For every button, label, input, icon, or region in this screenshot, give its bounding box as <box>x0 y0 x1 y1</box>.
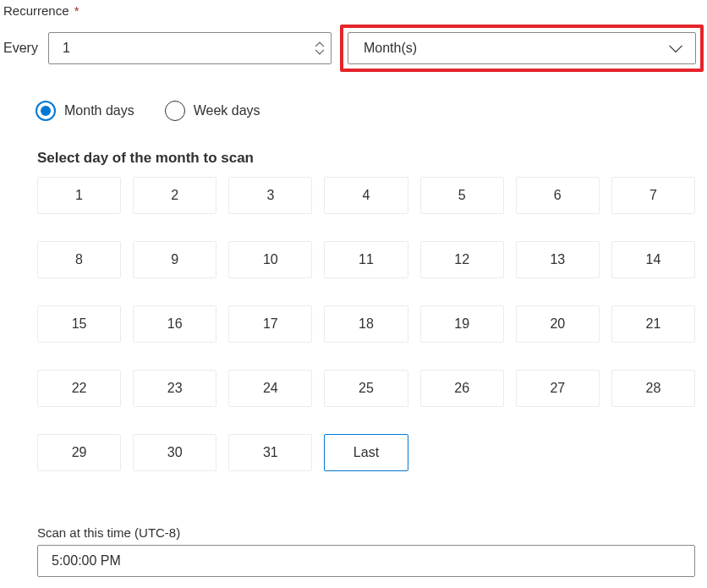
day-cell-16[interactable]: 16 <box>133 305 216 343</box>
select-day-heading: Select day of the month to scan <box>37 150 704 167</box>
day-cell-13[interactable]: 13 <box>516 241 600 278</box>
day-cell-5[interactable]: 5 <box>420 177 504 214</box>
day-cell-30[interactable]: 30 <box>133 434 216 471</box>
day-cell-6[interactable]: 6 <box>516 177 600 214</box>
radio-month-days[interactable]: Month days <box>36 101 134 121</box>
required-indicator: * <box>74 3 79 18</box>
radio-circle <box>165 101 185 121</box>
radio-dot <box>41 106 51 116</box>
unit-selected-value: Month(s) <box>364 41 668 56</box>
chevron-down-icon <box>668 41 683 56</box>
day-cell-31[interactable]: 31 <box>228 434 312 471</box>
scan-time-label: Scan at this time (UTC-8) <box>37 525 695 540</box>
interval-value: 1 <box>63 41 315 56</box>
stepper-arrows <box>315 41 324 55</box>
day-cell-21[interactable]: 21 <box>611 305 695 343</box>
recurrence-label-text: Recurrence <box>3 3 69 18</box>
month-day-grid: 1234567891011121314151617181920212223242… <box>37 177 695 471</box>
recurrence-label: Recurrence * <box>3 3 704 18</box>
unit-dropdown-highlight: Month(s) <box>340 25 704 72</box>
day-cell-29[interactable]: 29 <box>37 434 121 471</box>
day-cell-14[interactable]: 14 <box>611 241 695 278</box>
day-cell-10[interactable]: 10 <box>228 241 312 278</box>
day-cell-20[interactable]: 20 <box>516 305 600 343</box>
day-cell-9[interactable]: 9 <box>133 241 216 278</box>
radio-label: Week days <box>194 103 260 118</box>
radio-week-days[interactable]: Week days <box>165 101 260 121</box>
day-cell-27[interactable]: 27 <box>516 370 600 407</box>
day-cell-3[interactable]: 3 <box>228 177 312 214</box>
day-cell-28[interactable]: 28 <box>611 370 695 407</box>
day-cell-19[interactable]: 19 <box>420 305 504 343</box>
day-cell-4[interactable]: 4 <box>324 177 408 214</box>
day-cell-7[interactable]: 7 <box>611 177 695 214</box>
day-cell-17[interactable]: 17 <box>228 305 312 343</box>
day-cell-26[interactable]: 26 <box>420 370 504 407</box>
day-cell-1[interactable]: 1 <box>37 177 121 214</box>
every-label: Every <box>3 41 38 56</box>
scan-time-section: Scan at this time (UTC-8) 5:00:00 PM <box>37 525 695 577</box>
radio-label: Month days <box>64 103 134 118</box>
unit-dropdown[interactable]: Month(s) <box>348 32 696 64</box>
interval-stepper[interactable]: 1 <box>48 32 332 64</box>
day-cell-24[interactable]: 24 <box>228 370 312 407</box>
day-cell-11[interactable]: 11 <box>324 241 408 278</box>
every-row: Every 1 Month(s) <box>3 25 704 72</box>
scan-time-input[interactable]: 5:00:00 PM <box>37 545 695 577</box>
chevron-up-icon[interactable] <box>315 41 324 48</box>
scan-time-value: 5:00:00 PM <box>52 553 121 569</box>
day-cell-2[interactable]: 2 <box>133 177 216 214</box>
day-cell-22[interactable]: 22 <box>37 370 121 407</box>
day-cell-18[interactable]: 18 <box>324 305 408 343</box>
day-cell-12[interactable]: 12 <box>420 241 504 278</box>
day-cell-8[interactable]: 8 <box>37 241 121 278</box>
day-cell-23[interactable]: 23 <box>133 370 216 407</box>
recurrence-section: Recurrence * Every 1 Month(s) M <box>3 3 704 577</box>
day-cell-25[interactable]: 25 <box>324 370 408 407</box>
chevron-down-icon[interactable] <box>315 48 324 55</box>
day-cell-15[interactable]: 15 <box>37 305 121 343</box>
day-cell-last[interactable]: Last <box>324 434 408 471</box>
day-mode-radio-group: Month daysWeek days <box>36 101 704 121</box>
radio-circle <box>36 101 56 121</box>
